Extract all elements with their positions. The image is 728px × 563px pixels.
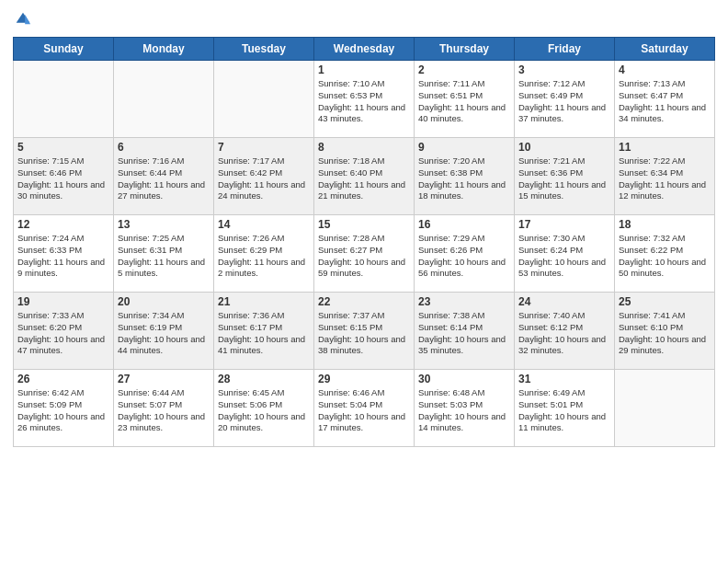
day-info: Sunrise: 6:42 AM Sunset: 5:09 PM Dayligh… [17, 387, 109, 434]
day-number: 24 [518, 295, 610, 308]
calendar-cell: 27Sunrise: 6:44 AM Sunset: 5:07 PM Dayli… [114, 370, 214, 447]
day-number: 20 [118, 295, 210, 308]
calendar-week-1: 5Sunrise: 7:15 AM Sunset: 6:46 PM Daylig… [14, 138, 715, 215]
calendar-cell: 11Sunrise: 7:22 AM Sunset: 6:34 PM Dayli… [615, 138, 715, 215]
calendar-cell: 8Sunrise: 7:18 AM Sunset: 6:40 PM Daylig… [314, 138, 415, 215]
calendar-cell: 14Sunrise: 7:26 AM Sunset: 6:29 PM Dayli… [214, 215, 314, 293]
calendar-cell: 20Sunrise: 7:34 AM Sunset: 6:19 PM Dayli… [114, 293, 214, 370]
day-number: 7 [218, 141, 310, 154]
day-number: 2 [418, 63, 510, 76]
day-number: 13 [118, 218, 210, 231]
day-info: Sunrise: 7:25 AM Sunset: 6:31 PM Dayligh… [118, 233, 210, 280]
calendar-cell: 23Sunrise: 7:38 AM Sunset: 6:14 PM Dayli… [415, 293, 515, 370]
day-number: 31 [518, 373, 610, 385]
day-info: Sunrise: 7:12 AM Sunset: 6:49 PM Dayligh… [518, 78, 610, 125]
weekday-header-friday: Friday [515, 38, 615, 61]
calendar-cell: 30Sunrise: 6:48 AM Sunset: 5:03 PM Dayli… [415, 370, 515, 447]
page-container: SundayMondayTuesdayWednesdayThursdayFrid… [0, 0, 728, 454]
calendar-cell [14, 61, 114, 138]
day-info: Sunrise: 7:20 AM Sunset: 6:38 PM Dayligh… [418, 155, 510, 202]
calendar-week-4: 26Sunrise: 6:42 AM Sunset: 5:09 PM Dayli… [14, 370, 715, 447]
calendar-cell: 15Sunrise: 7:28 AM Sunset: 6:27 PM Dayli… [314, 215, 415, 293]
day-number: 29 [318, 373, 410, 385]
calendar-cell: 13Sunrise: 7:25 AM Sunset: 6:31 PM Dayli… [114, 215, 214, 293]
day-info: Sunrise: 7:22 AM Sunset: 6:34 PM Dayligh… [619, 155, 711, 202]
day-info: Sunrise: 7:36 AM Sunset: 6:17 PM Dayligh… [218, 310, 310, 357]
day-info: Sunrise: 6:49 AM Sunset: 5:01 PM Dayligh… [518, 387, 610, 434]
day-info: Sunrise: 7:18 AM Sunset: 6:40 PM Dayligh… [318, 155, 410, 202]
day-number: 16 [418, 218, 510, 231]
logo [13, 9, 35, 29]
logo-icon [13, 9, 33, 29]
calendar-cell: 29Sunrise: 6:46 AM Sunset: 5:04 PM Dayli… [314, 370, 415, 447]
day-info: Sunrise: 7:29 AM Sunset: 6:26 PM Dayligh… [418, 233, 510, 280]
day-number: 10 [518, 141, 610, 154]
calendar-cell: 17Sunrise: 7:30 AM Sunset: 6:24 PM Dayli… [515, 215, 615, 293]
calendar-cell: 3Sunrise: 7:12 AM Sunset: 6:49 PM Daylig… [515, 61, 615, 138]
day-info: Sunrise: 7:16 AM Sunset: 6:44 PM Dayligh… [118, 155, 210, 202]
day-info: Sunrise: 6:48 AM Sunset: 5:03 PM Dayligh… [418, 387, 510, 434]
calendar-cell: 5Sunrise: 7:15 AM Sunset: 6:46 PM Daylig… [14, 138, 114, 215]
day-number: 18 [619, 218, 711, 231]
day-info: Sunrise: 6:45 AM Sunset: 5:06 PM Dayligh… [218, 387, 310, 434]
calendar-cell: 19Sunrise: 7:33 AM Sunset: 6:20 PM Dayli… [14, 293, 114, 370]
calendar-cell: 6Sunrise: 7:16 AM Sunset: 6:44 PM Daylig… [114, 138, 214, 215]
page-header [13, 9, 715, 29]
calendar-cell: 4Sunrise: 7:13 AM Sunset: 6:47 PM Daylig… [615, 61, 715, 138]
weekday-header-sunday: Sunday [14, 38, 114, 61]
calendar-cell [214, 61, 314, 138]
day-number: 23 [418, 295, 510, 308]
calendar-cell: 26Sunrise: 6:42 AM Sunset: 5:09 PM Dayli… [14, 370, 114, 447]
day-info: Sunrise: 6:46 AM Sunset: 5:04 PM Dayligh… [318, 387, 410, 434]
day-number: 6 [118, 141, 210, 154]
calendar-cell: 9Sunrise: 7:20 AM Sunset: 6:38 PM Daylig… [415, 138, 515, 215]
day-number: 26 [17, 373, 109, 385]
day-number: 5 [17, 141, 109, 154]
day-info: Sunrise: 7:28 AM Sunset: 6:27 PM Dayligh… [318, 233, 410, 280]
calendar-cell: 10Sunrise: 7:21 AM Sunset: 6:36 PM Dayli… [515, 138, 615, 215]
day-number: 12 [17, 218, 109, 231]
day-number: 11 [619, 141, 711, 154]
calendar-cell: 24Sunrise: 7:40 AM Sunset: 6:12 PM Dayli… [515, 293, 615, 370]
day-info: Sunrise: 7:13 AM Sunset: 6:47 PM Dayligh… [619, 78, 711, 125]
calendar-cell: 28Sunrise: 6:45 AM Sunset: 5:06 PM Dayli… [214, 370, 314, 447]
calendar-cell: 18Sunrise: 7:32 AM Sunset: 6:22 PM Dayli… [615, 215, 715, 293]
day-info: Sunrise: 7:24 AM Sunset: 6:33 PM Dayligh… [17, 233, 109, 280]
day-info: Sunrise: 7:26 AM Sunset: 6:29 PM Dayligh… [218, 233, 310, 280]
weekday-header-monday: Monday [114, 38, 214, 61]
day-info: Sunrise: 7:34 AM Sunset: 6:19 PM Dayligh… [118, 310, 210, 357]
day-number: 4 [619, 63, 711, 76]
day-number: 19 [17, 295, 109, 308]
day-number: 22 [318, 295, 410, 308]
calendar-cell: 1Sunrise: 7:10 AM Sunset: 6:53 PM Daylig… [314, 61, 415, 138]
weekday-header-saturday: Saturday [615, 38, 715, 61]
day-info: Sunrise: 7:32 AM Sunset: 6:22 PM Dayligh… [619, 233, 711, 280]
day-number: 25 [619, 295, 711, 308]
day-info: Sunrise: 7:11 AM Sunset: 6:51 PM Dayligh… [418, 78, 510, 125]
day-info: Sunrise: 6:44 AM Sunset: 5:07 PM Dayligh… [118, 387, 210, 434]
calendar-cell: 7Sunrise: 7:17 AM Sunset: 6:42 PM Daylig… [214, 138, 314, 215]
calendar-cell: 21Sunrise: 7:36 AM Sunset: 6:17 PM Dayli… [214, 293, 314, 370]
day-number: 30 [418, 373, 510, 385]
day-info: Sunrise: 7:41 AM Sunset: 6:10 PM Dayligh… [619, 310, 711, 357]
calendar-cell [615, 370, 715, 447]
calendar-week-2: 12Sunrise: 7:24 AM Sunset: 6:33 PM Dayli… [14, 215, 715, 293]
calendar-cell: 25Sunrise: 7:41 AM Sunset: 6:10 PM Dayli… [615, 293, 715, 370]
day-number: 27 [118, 373, 210, 385]
day-number: 15 [318, 218, 410, 231]
day-number: 17 [518, 218, 610, 231]
day-number: 21 [218, 295, 310, 308]
day-info: Sunrise: 7:38 AM Sunset: 6:14 PM Dayligh… [418, 310, 510, 357]
calendar-week-0: 1Sunrise: 7:10 AM Sunset: 6:53 PM Daylig… [14, 61, 715, 138]
calendar-cell: 16Sunrise: 7:29 AM Sunset: 6:26 PM Dayli… [415, 215, 515, 293]
day-number: 9 [418, 141, 510, 154]
calendar-cell: 12Sunrise: 7:24 AM Sunset: 6:33 PM Dayli… [14, 215, 114, 293]
day-info: Sunrise: 7:30 AM Sunset: 6:24 PM Dayligh… [518, 233, 610, 280]
day-info: Sunrise: 7:10 AM Sunset: 6:53 PM Dayligh… [318, 78, 410, 125]
calendar-cell: 22Sunrise: 7:37 AM Sunset: 6:15 PM Dayli… [314, 293, 415, 370]
calendar-cell: 31Sunrise: 6:49 AM Sunset: 5:01 PM Dayli… [515, 370, 615, 447]
day-info: Sunrise: 7:40 AM Sunset: 6:12 PM Dayligh… [518, 310, 610, 357]
calendar-cell [114, 61, 214, 138]
day-info: Sunrise: 7:33 AM Sunset: 6:20 PM Dayligh… [17, 310, 109, 357]
weekday-header-thursday: Thursday [415, 38, 515, 61]
